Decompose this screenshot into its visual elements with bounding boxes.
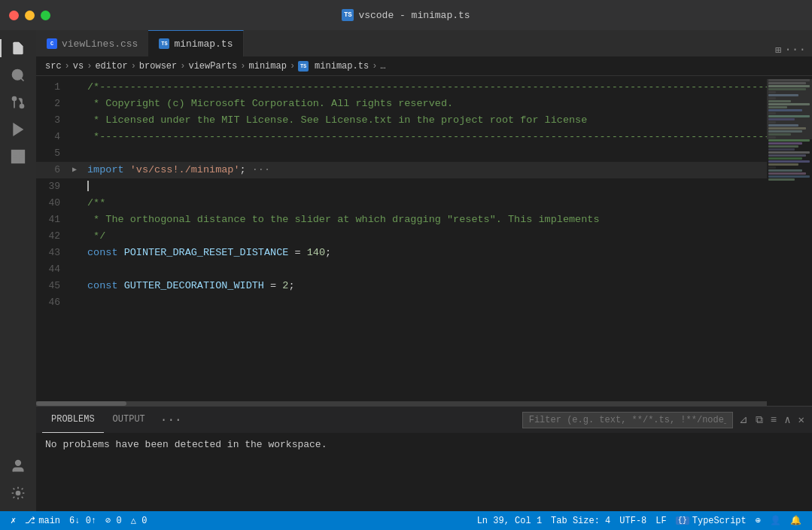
status-bar: ✗ ⎇ main 6↓ 0↑ ⊘ 0 △ 0 Ln 39, Col 1 Tab … — [0, 511, 812, 530]
code-line-2: 2 * Copyright (c) Microsoft Corporation.… — [36, 96, 767, 112]
branch-icon: ⎇ — [25, 515, 35, 526]
warnings-text: △ 0 — [131, 515, 147, 526]
status-language[interactable]: {} TypeScript — [671, 516, 751, 526]
scrollbar-thumb[interactable] — [36, 401, 126, 406]
breadcrumb-minimap-folder[interactable]: minimap — [248, 61, 286, 72]
collapse-all-icon[interactable]: ≡ — [769, 413, 778, 428]
status-encoding[interactable]: UTF-8 — [615, 516, 651, 526]
svg-rect-9 — [12, 157, 18, 163]
panel-actions: ⊿ ⧉ ≡ ∧ ✕ — [522, 412, 806, 428]
code-area[interactable]: 1 /*------------------------------------… — [36, 76, 767, 406]
code-line-41: 41 * The orthogonal distance to the slid… — [36, 212, 767, 228]
code-line-43: 43 const POINTER_DRAG_RESET_DISTANCE = 1… — [36, 245, 767, 261]
activity-git[interactable] — [6, 90, 30, 114]
status-right: Ln 39, Col 1 Tab Size: 4 UTF-8 LF {} Typ… — [473, 515, 806, 526]
breadcrumb-vs[interactable]: vs — [73, 61, 84, 72]
bell-icon: 🔔 — [790, 515, 801, 526]
tab-problems[interactable]: PROBLEMS — [42, 407, 104, 433]
minimap[interactable] — [767, 76, 812, 406]
ts-lang-badge: {} — [676, 516, 689, 525]
minimap-line — [768, 160, 810, 163]
breadcrumb-filename[interactable]: minimap.ts — [315, 61, 369, 72]
svg-line-1 — [21, 78, 24, 81]
status-branch[interactable]: ⎇ main — [20, 515, 65, 526]
tab-viewlines[interactable]: C viewLines.css — [36, 30, 148, 56]
split-editor-icon[interactable]: ⊞ — [775, 44, 781, 56]
panel-content: No problems have been detected in the wo… — [36, 433, 812, 511]
language-text: {} TypeScript — [676, 516, 747, 526]
code-line-6: 6 ▶ import 'vs/css!./minimap'; ··· — [36, 162, 767, 178]
activity-search[interactable] — [6, 63, 30, 87]
activity-bar — [0, 30, 36, 511]
activity-settings[interactable] — [6, 481, 30, 505]
breadcrumb-editor[interactable]: editor — [95, 61, 127, 72]
ts-icon: TS — [342, 9, 354, 21]
status-position[interactable]: Ln 39, Col 1 — [473, 516, 546, 526]
accounts-icon: 👤 — [770, 515, 781, 526]
status-warnings[interactable]: △ 0 — [126, 515, 152, 526]
svg-point-10 — [16, 461, 21, 466]
horizontal-scrollbar[interactable] — [36, 401, 767, 406]
panel-tabs: PROBLEMS OUTPUT ··· ⊿ ⧉ ≡ ∧ ✕ — [36, 407, 812, 433]
bottom-panel: PROBLEMS OUTPUT ··· ⊿ ⧉ ≡ ∧ ✕ — [36, 406, 812, 511]
window-title: TS vscode - minimap.ts — [342, 9, 470, 21]
activity-files[interactable] — [6, 36, 30, 60]
traffic-lights — [9, 11, 50, 20]
minimap-slider[interactable] — [767, 79, 812, 139]
svg-marker-5 — [14, 124, 23, 136]
breadcrumb-viewparts[interactable]: viewParts — [188, 61, 237, 72]
tabs-bar: C viewLines.css TS minimap.ts ⊞ ··· — [36, 30, 812, 56]
filter-input[interactable] — [522, 412, 733, 428]
activity-account[interactable] — [6, 454, 30, 478]
copy-icon[interactable]: ⧉ — [754, 413, 765, 428]
position-text: Ln 39, Col 1 — [477, 516, 542, 526]
status-live-share[interactable]: ⊕ — [751, 515, 765, 526]
ts-file-icon: TS — [159, 38, 169, 49]
branch-name: main — [38, 516, 60, 526]
breadcrumb-more[interactable]: … — [380, 61, 385, 72]
tab-minimap[interactable]: TS minimap.ts — [148, 30, 244, 56]
activity-bar-bottom — [6, 454, 30, 511]
code-line-3: 3 * Licensed under the MIT License. See … — [36, 112, 767, 129]
minimap-line — [768, 148, 795, 151]
minimap-line — [768, 139, 810, 142]
code-line-46: 46 — [36, 294, 767, 311]
status-errors[interactable]: ⊘ 0 — [101, 515, 126, 526]
minimize-button[interactable] — [25, 11, 35, 20]
tabs-actions: ⊞ ··· — [775, 43, 812, 56]
panel-up-icon[interactable]: ∧ — [783, 412, 792, 428]
more-actions-icon[interactable]: ··· — [784, 43, 806, 56]
minimap-line — [768, 151, 810, 154]
breadcrumb: src › vs › editor › browser › viewParts … — [36, 56, 812, 76]
filter-icon[interactable]: ⊿ — [737, 412, 750, 428]
panel-more-tabs[interactable]: ··· — [154, 413, 188, 427]
minimap-line — [768, 169, 802, 172]
status-tab-size[interactable]: Tab Size: 4 — [546, 516, 615, 526]
close-button[interactable] — [9, 11, 19, 20]
breadcrumb-src[interactable]: src — [45, 61, 62, 72]
panel-close-icon[interactable]: ✕ — [797, 412, 806, 428]
minimap-line — [768, 166, 776, 169]
tab-output[interactable]: OUTPUT — [104, 407, 154, 433]
code-line-4: 4 *-------------------------------------… — [36, 129, 767, 145]
minimap-line — [768, 157, 802, 160]
minimap-line — [768, 154, 806, 157]
status-line-ending[interactable]: LF — [651, 516, 671, 526]
code-line-1: 1 /*------------------------------------… — [36, 79, 767, 96]
minimap-line — [768, 142, 802, 145]
encoding-text: UTF-8 — [619, 516, 646, 526]
status-bell[interactable]: 🔔 — [786, 515, 806, 526]
minimap-line — [768, 163, 798, 166]
status-accounts[interactable]: 👤 — [765, 515, 786, 526]
activity-run[interactable] — [6, 117, 30, 142]
svg-rect-7 — [19, 151, 25, 157]
status-left: ✗ ⎇ main 6↓ 0↑ ⊘ 0 △ 0 — [6, 515, 151, 526]
status-sync[interactable]: 6↓ 0↑ — [65, 516, 101, 526]
svg-rect-6 — [12, 151, 18, 157]
editor-content: 1 /*------------------------------------… — [36, 76, 812, 406]
breadcrumb-browser[interactable]: browser — [139, 61, 177, 72]
status-remote[interactable]: ✗ — [6, 515, 20, 526]
activity-extensions[interactable] — [6, 145, 30, 169]
maximize-button[interactable] — [41, 11, 50, 20]
main-layout: C viewLines.css TS minimap.ts ⊞ ··· src … — [0, 30, 812, 511]
